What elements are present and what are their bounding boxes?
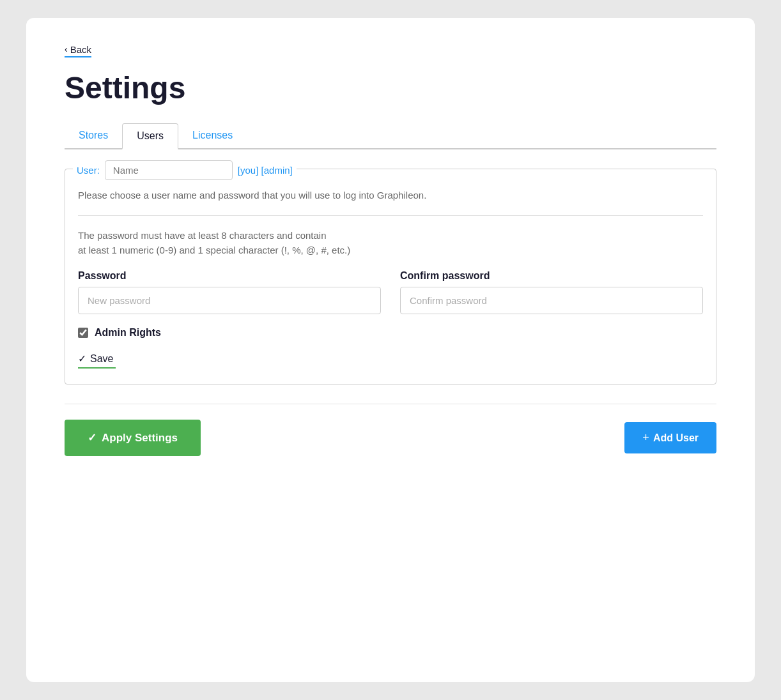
bottom-bar: ✓ Apply Settings + Add User bbox=[65, 420, 716, 456]
tabs-bar: Stores Users Licenses bbox=[65, 123, 716, 149]
page-title: Settings bbox=[65, 70, 716, 105]
apply-check-icon: ✓ bbox=[88, 431, 97, 445]
admin-rights-checkbox[interactable] bbox=[78, 328, 88, 338]
back-arrow-icon: ‹ bbox=[65, 44, 68, 54]
back-link[interactable]: ‹ Back bbox=[65, 44, 91, 57]
user-legend-text: User: bbox=[77, 165, 100, 176]
confirm-password-input[interactable] bbox=[400, 287, 703, 314]
save-label: Save bbox=[90, 353, 113, 365]
apply-settings-button[interactable]: ✓ Apply Settings bbox=[65, 420, 201, 456]
save-check-icon: ✓ bbox=[78, 353, 86, 365]
info-text-1: Please choose a user name and password t… bbox=[78, 188, 703, 203]
admin-rights-label: Admin Rights bbox=[95, 327, 161, 339]
save-row: ✓ Save bbox=[78, 351, 703, 369]
tab-licenses[interactable]: Licenses bbox=[178, 123, 247, 149]
password-row: Password Confirm password bbox=[78, 270, 703, 314]
confirm-password-label: Confirm password bbox=[400, 270, 703, 282]
password-col-new: Password bbox=[78, 270, 381, 314]
new-password-input[interactable] bbox=[78, 287, 381, 314]
divider-1 bbox=[78, 215, 703, 216]
bottom-divider bbox=[65, 404, 716, 404]
user-badges: [you] [admin] bbox=[238, 165, 293, 176]
save-button[interactable]: ✓ Save bbox=[78, 351, 116, 369]
admin-rights-row: Admin Rights bbox=[78, 327, 703, 339]
info-text-2: The password must have at least 8 charac… bbox=[78, 229, 703, 257]
user-legend: User: [you] [admin] bbox=[73, 160, 297, 180]
password-label: Password bbox=[78, 270, 381, 282]
password-col-confirm: Confirm password bbox=[400, 270, 703, 314]
add-user-label: Add User bbox=[653, 432, 699, 444]
back-label: Back bbox=[70, 44, 91, 55]
tab-stores[interactable]: Stores bbox=[65, 123, 122, 149]
add-user-button[interactable]: + Add User bbox=[624, 422, 716, 453]
user-fieldset: User: [you] [admin] Please choose a user… bbox=[65, 169, 716, 385]
tab-users[interactable]: Users bbox=[122, 123, 178, 149]
user-content: Please choose a user name and password t… bbox=[78, 188, 703, 369]
add-plus-icon: + bbox=[642, 431, 649, 445]
apply-settings-label: Apply Settings bbox=[102, 432, 178, 445]
user-name-input[interactable] bbox=[105, 160, 233, 180]
settings-page: ‹ Back Settings Stores Users Licenses Us… bbox=[26, 18, 755, 682]
